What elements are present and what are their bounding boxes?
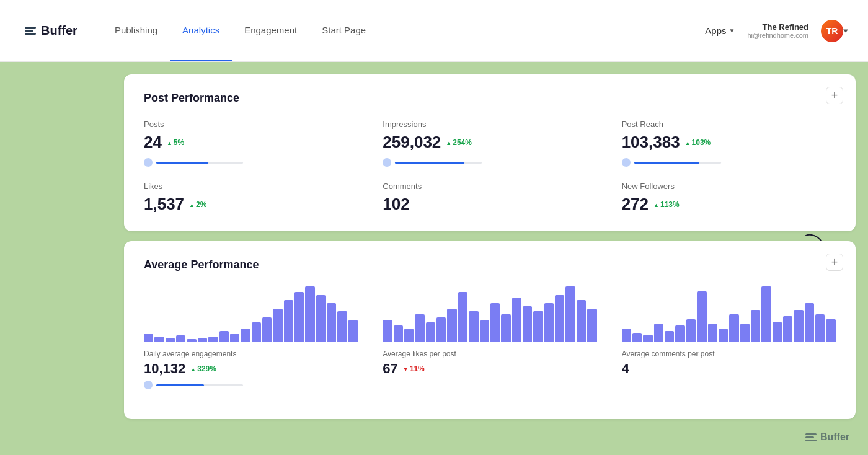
metric-impressions-value-row: 259,032 254% <box>383 133 596 152</box>
chart-bar <box>761 286 771 342</box>
chart-bar <box>654 324 663 342</box>
bar-circle-icon <box>622 158 631 167</box>
post-performance-card: Post Performance + Posts 24 5% <box>124 74 856 231</box>
logo[interactable]: Buffer <box>25 24 78 38</box>
metric-new-followers-value-row: 272 113% <box>622 195 836 214</box>
chart-bar <box>404 329 414 342</box>
chart-comments-value-row: 4 <box>622 361 836 377</box>
chart-bar <box>632 333 642 342</box>
metric-likes-value: 1,537 <box>144 195 184 214</box>
chart-comments-label: Average comments per post <box>622 350 836 358</box>
chart-bar <box>686 319 696 343</box>
metrics-grid: Posts 24 5% <box>144 120 836 214</box>
metric-comments-label: Comments <box>383 182 596 191</box>
avg-performance-title: Average Performance <box>144 258 836 272</box>
chart-bar <box>144 334 153 342</box>
metric-new-followers-change: 113% <box>653 200 680 209</box>
up-arrow-icon <box>189 200 195 209</box>
chart-comments-value: 4 <box>622 361 629 377</box>
bar-circle-icon <box>144 381 153 389</box>
bar-fill <box>634 162 699 164</box>
chart-bar <box>294 292 304 342</box>
metric-comments-value: 102 <box>383 195 409 214</box>
chart-bar <box>794 310 803 343</box>
metric-comments: Comments 102 <box>383 182 596 214</box>
chart-bar <box>815 314 825 342</box>
chart-bar <box>544 303 554 342</box>
chart-bar <box>337 311 347 342</box>
metric-post-reach-label: Post Reach <box>622 120 836 129</box>
chart-bar <box>415 314 424 342</box>
metric-post-reach-value-row: 103,383 103% <box>622 133 836 152</box>
chart-bar <box>533 311 542 342</box>
content-area: Post Performance + Posts 24 5% <box>124 74 868 443</box>
buffer-logo-icon <box>25 27 36 35</box>
metric-impressions-label: Impressions <box>383 120 596 129</box>
chart-bar <box>587 309 596 342</box>
up-arrow-icon <box>685 138 691 147</box>
chart-bar <box>458 292 467 342</box>
apps-label: Apps <box>705 25 726 36</box>
up-arrow-icon <box>653 200 659 209</box>
bottom-brand: Buffer <box>805 431 849 443</box>
chart-bar <box>622 329 631 343</box>
chart-bar <box>262 317 272 342</box>
apps-button[interactable]: Apps ▼ <box>705 25 735 36</box>
post-performance-add-button[interactable]: + <box>826 87 843 104</box>
avg-performance-add-button[interactable]: + <box>826 254 843 271</box>
chart-bar <box>719 329 728 343</box>
chart-bar <box>394 325 403 342</box>
metric-impressions-bar <box>383 158 596 167</box>
nav-item-engagement[interactable]: Engagement <box>232 0 309 61</box>
chart-engagements-value: 10,132 <box>144 361 185 377</box>
chart-bar <box>176 335 185 342</box>
chart-bar <box>643 335 652 342</box>
chart-bar <box>577 300 586 342</box>
bar-track <box>156 162 243 164</box>
down-arrow-icon <box>403 364 409 373</box>
chart-bar <box>305 286 314 342</box>
avg-performance-card: Average Performance + Daily average enga… <box>124 241 856 419</box>
bottom-logo-icon <box>805 433 817 441</box>
chart-bar <box>805 303 814 342</box>
nav-item-publishing[interactable]: Publishing <box>102 0 170 61</box>
chart-bar <box>208 337 218 342</box>
apps-dropdown-icon: ▼ <box>728 27 735 34</box>
chart-bar <box>675 325 684 342</box>
user-name: The Refined <box>763 22 808 32</box>
chart-bar <box>480 320 489 342</box>
chart-bar <box>198 338 207 342</box>
chart-bar <box>348 320 358 342</box>
metric-impressions-value: 259,032 <box>383 133 441 152</box>
metric-likes-value-row: 1,537 2% <box>144 195 358 214</box>
chart-bar <box>565 286 575 342</box>
metric-new-followers-label: New Followers <box>622 182 836 191</box>
nav-item-analytics[interactable]: Analytics <box>170 0 232 61</box>
chart-bar <box>447 309 456 342</box>
avatar[interactable]: TR <box>821 20 843 42</box>
chart-bar <box>187 339 196 342</box>
chart-bar <box>523 306 532 342</box>
chart-bar <box>327 303 336 342</box>
user-email: hi@refindhome.com <box>747 32 808 39</box>
chart-engagements-value-row: 10,132 329% <box>144 361 358 377</box>
chart-bar <box>273 309 282 342</box>
up-arrow-icon <box>190 364 196 373</box>
metric-likes-label: Likes <box>144 182 358 191</box>
main-content: Post Performance + Posts 24 5% <box>0 62 868 455</box>
chart-bar <box>512 298 521 342</box>
chart-bar <box>501 314 510 342</box>
metric-new-followers-value: 272 <box>622 195 649 214</box>
bar-chart-engagements <box>144 286 358 342</box>
chart-bar <box>469 311 478 342</box>
chart-bar <box>252 322 261 342</box>
chart-bar <box>665 331 674 342</box>
chart-bar <box>230 334 239 342</box>
bar-circle-icon <box>144 158 153 167</box>
chart-likes-value: 67 <box>383 361 397 377</box>
bar-track <box>395 162 482 164</box>
metric-posts-label: Posts <box>144 120 358 129</box>
chart-bar <box>773 322 782 342</box>
metric-posts-value: 24 <box>144 133 162 152</box>
nav-item-start-page[interactable]: Start Page <box>309 0 378 61</box>
